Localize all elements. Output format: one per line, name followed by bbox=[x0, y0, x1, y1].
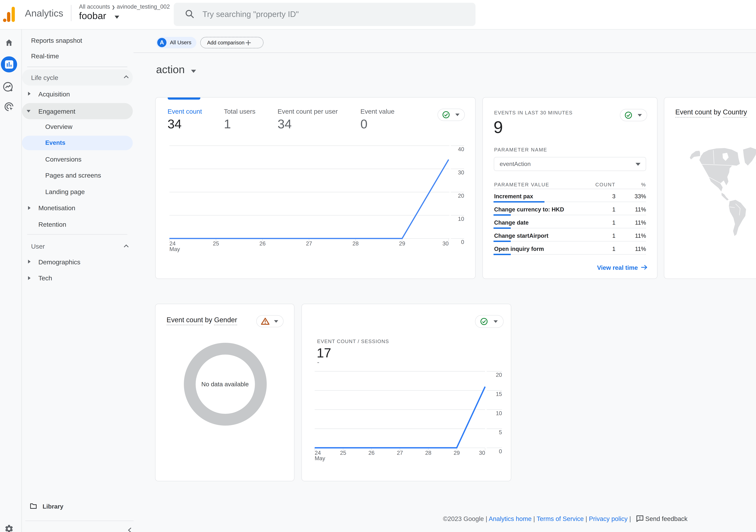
svg-text:0: 0 bbox=[461, 239, 464, 245]
svg-text:25: 25 bbox=[340, 450, 346, 456]
svg-text:20: 20 bbox=[496, 372, 502, 378]
svg-text:30: 30 bbox=[458, 170, 464, 175]
svg-text:26: 26 bbox=[259, 240, 266, 247]
svg-text:10: 10 bbox=[458, 216, 464, 222]
svg-text:26: 26 bbox=[368, 450, 374, 456]
svg-text:25: 25 bbox=[213, 240, 219, 247]
svg-text:10: 10 bbox=[496, 410, 502, 416]
svg-text:27: 27 bbox=[397, 450, 403, 456]
svg-text:May: May bbox=[170, 246, 180, 252]
svg-text:29: 29 bbox=[454, 450, 460, 456]
svg-text:29: 29 bbox=[399, 240, 405, 247]
svg-text:28: 28 bbox=[425, 450, 431, 456]
svg-text:15: 15 bbox=[496, 391, 502, 397]
svg-text:24: 24 bbox=[170, 240, 176, 247]
svg-text:40: 40 bbox=[458, 146, 464, 152]
svg-text:20: 20 bbox=[458, 193, 464, 199]
svg-text:May: May bbox=[315, 455, 325, 462]
svg-text:5: 5 bbox=[499, 429, 502, 436]
svg-text:0: 0 bbox=[499, 448, 502, 454]
svg-text:30: 30 bbox=[479, 450, 485, 456]
svg-text:30: 30 bbox=[443, 240, 448, 247]
svg-text:27: 27 bbox=[306, 240, 312, 247]
svg-text:28: 28 bbox=[352, 240, 359, 247]
